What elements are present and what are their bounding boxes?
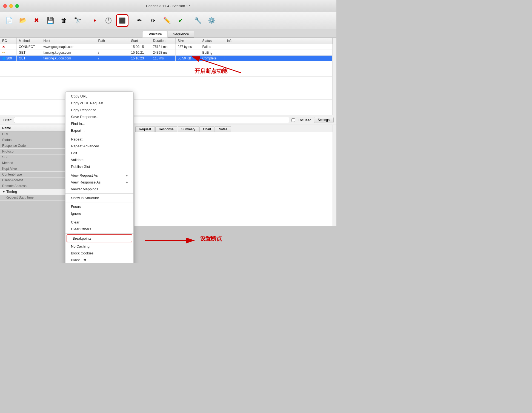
menu-item-copy-response[interactable]: Copy Response	[65, 107, 133, 113]
tab-sequence[interactable]: Sequence	[168, 31, 194, 38]
menu-item-block-cookies[interactable]: Block Cookies	[65, 250, 133, 257]
row-path: /	[96, 50, 129, 56]
tab-request[interactable]: Request	[135, 126, 155, 132]
context-menu: Copy URL Copy cURL Request Copy Response…	[65, 91, 134, 263]
menu-item-view-response-as[interactable]: View Response As ▶	[65, 179, 133, 186]
close-button[interactable]	[3, 4, 7, 8]
tab-structure[interactable]: Structure	[142, 31, 167, 38]
col-info: Info	[225, 38, 333, 44]
menu-item-clear[interactable]: Clear	[65, 219, 133, 226]
tab-chart[interactable]: Chart	[199, 126, 214, 132]
detail-tabs: Request Response Summary Chart Notes	[134, 125, 333, 132]
table-row[interactable]	[0, 84, 333, 92]
menu-item-publish-gist[interactable]: Publish Gist	[65, 163, 133, 170]
menu-item-copy-curl[interactable]: Copy cURL Request	[65, 100, 133, 107]
menu-item-copy-url[interactable]: Copy URL	[65, 93, 133, 100]
menu-item-black-list[interactable]: Black List	[65, 257, 133, 263]
row-host: fanxing.kugou.com	[41, 50, 96, 56]
row-status: Complete	[200, 56, 225, 61]
row-method: CONNECT	[16, 44, 41, 50]
row-size	[175, 50, 200, 56]
col-size: Size	[175, 38, 200, 44]
tools-button[interactable]: 🔧	[191, 14, 204, 27]
menu-item-find-in[interactable]: Find In…	[65, 120, 133, 127]
menu-item-save-response[interactable]: Save Response…	[65, 113, 133, 120]
maximize-button[interactable]	[15, 4, 19, 8]
settings-button[interactable]: Settings	[314, 117, 334, 123]
menu-item-view-request-as[interactable]: View Request As ▶	[65, 172, 133, 179]
checkmark-button[interactable]: ✔	[174, 14, 187, 27]
table-row[interactable]: ✏ GET fanxing.kugou.com / 15:10:21 24398…	[0, 50, 333, 56]
submenu-arrow2: ▶	[126, 181, 128, 184]
table-row[interactable]: 🌐 200 GET fanxing.kugou.com / 15:10:23 1…	[0, 56, 333, 61]
save-session-button[interactable]: 💾	[44, 14, 56, 27]
submenu-arrow: ▶	[126, 174, 128, 177]
menu-item-show-in-structure[interactable]: Show in Structure	[65, 194, 133, 201]
row-method: GET	[16, 50, 41, 56]
title-bar: Charles 3.11.4 - Session 1 *	[0, 0, 336, 12]
row-duration: 24398 ms	[151, 50, 175, 56]
menu-item-repeat[interactable]: Repeat	[65, 136, 133, 143]
session-table: RC Method Host Path Start Duration Size …	[0, 38, 333, 115]
menu-item-ignore[interactable]: Ignore	[65, 210, 133, 217]
row-info	[225, 50, 333, 56]
menu-item-validate[interactable]: Validate	[65, 156, 133, 163]
row-path: /	[96, 56, 129, 61]
clear-session-button[interactable]: 🗑	[58, 14, 70, 27]
row-path	[96, 44, 129, 50]
menu-divider3	[65, 193, 133, 194]
row-method: GET	[16, 56, 41, 61]
table-row[interactable]	[0, 92, 333, 100]
col-method: Method	[16, 38, 41, 44]
tab-response[interactable]: Response	[155, 126, 177, 132]
minimize-button[interactable]	[9, 4, 13, 8]
settings-gear-button[interactable]: ⚙️	[205, 14, 218, 27]
filter-input[interactable]	[14, 117, 289, 123]
menu-item-breakpoints[interactable]: Breakpoints	[67, 235, 132, 242]
stop-button[interactable]: ⬛	[116, 14, 128, 27]
col-duration: Duration	[151, 38, 175, 44]
throttle-icon	[105, 17, 112, 24]
menu-item-no-caching[interactable]: No Caching	[65, 243, 133, 250]
record-button[interactable]: ●	[88, 14, 101, 27]
find-button[interactable]: 🔭	[71, 14, 84, 27]
edit-button[interactable]: ✏️	[161, 14, 173, 27]
arrow-svg2	[145, 232, 200, 249]
col-start: Start	[129, 38, 151, 44]
menu-item-edit[interactable]: Edit	[65, 150, 133, 156]
menu-item-viewer-mappings[interactable]: Viewer Mappings…	[65, 186, 133, 193]
row-info	[225, 44, 333, 50]
new-session-button[interactable]: 📄	[3, 14, 15, 27]
menu-item-clear-others[interactable]: Clear Others	[65, 226, 133, 233]
separator2	[131, 16, 131, 25]
bottom-scrollbar[interactable]	[333, 125, 336, 226]
open-session-button[interactable]: 📂	[16, 14, 29, 27]
row-duration: 118 ms	[151, 56, 175, 61]
table-row[interactable]	[0, 107, 333, 115]
table-row[interactable]	[0, 100, 333, 107]
menu-divider4	[65, 202, 133, 202]
close-session-button[interactable]: ✖	[30, 14, 43, 27]
detail-content	[134, 132, 333, 226]
menu-item-focus[interactable]: Focus	[65, 203, 133, 210]
table-row[interactable]: ✖ CONNECT www.googleapis.com 15:09:15 75…	[0, 44, 333, 50]
throttle-button[interactable]	[102, 14, 115, 27]
annotation-text-2: 设置断点	[200, 235, 222, 242]
menu-divider5	[65, 218, 133, 218]
menu-item-repeat-advanced[interactable]: Repeat Advanced…	[65, 143, 133, 150]
row-host: fanxing.kugou.com	[41, 56, 96, 61]
focused-checkbox[interactable]	[291, 118, 295, 122]
tab-summary[interactable]: Summary	[178, 126, 199, 132]
table-row[interactable]	[0, 69, 333, 77]
table-scrollbar[interactable]	[333, 38, 336, 115]
pen-button[interactable]: ✒	[133, 14, 146, 27]
table-row[interactable]	[0, 61, 333, 69]
row-duration: 75121 ms	[151, 44, 175, 50]
bottom-right: Request Response Summary Chart Notes	[134, 125, 333, 226]
menu-divider2	[65, 171, 133, 171]
col-status: Status	[200, 38, 225, 44]
tab-notes[interactable]: Notes	[215, 126, 231, 132]
refresh-button[interactable]: ⟳	[147, 14, 159, 27]
menu-item-export[interactable]: Export…	[65, 127, 133, 134]
table-row[interactable]	[0, 77, 333, 84]
